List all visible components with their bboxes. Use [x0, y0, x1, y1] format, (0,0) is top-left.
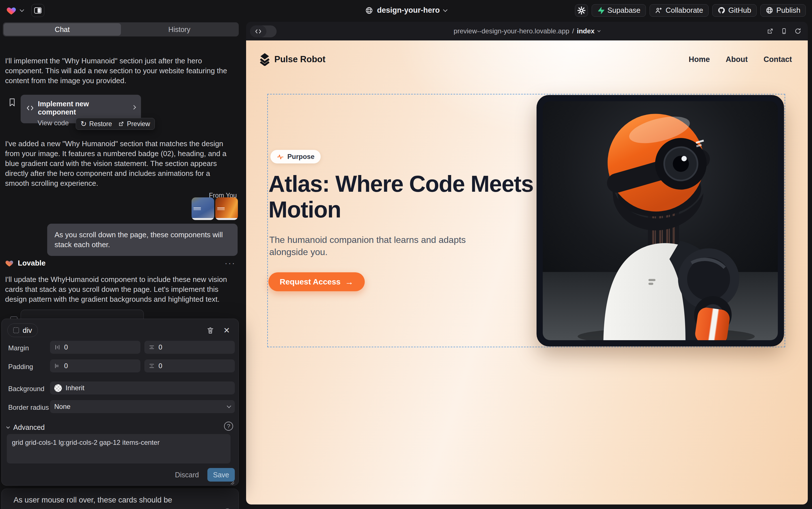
assistant-message: I'll implement the "Why Humanoid" sectio…: [5, 56, 236, 86]
background-input[interactable]: Inherit: [50, 381, 235, 395]
margin-label: Margin: [8, 344, 29, 352]
purpose-badge: Purpose: [270, 150, 321, 164]
people-plus-icon: [655, 6, 663, 14]
padding-x-input[interactable]: 0: [50, 360, 140, 372]
component-card-title: Implement new component: [38, 100, 128, 116]
nav-contact[interactable]: Contact: [764, 55, 792, 64]
url-path: index: [577, 27, 595, 35]
brand-name: Pulse Robot: [274, 54, 326, 65]
padding-y-input[interactable]: 0: [144, 360, 235, 372]
sidebar-toggle-button[interactable]: [31, 4, 44, 17]
lovable-logo-icon[interactable]: [6, 6, 16, 15]
supabase-icon: [597, 7, 604, 14]
border-radius-select[interactable]: None: [50, 400, 235, 413]
attachment-thumbnail-blue[interactable]: [191, 197, 214, 220]
globe-icon: [365, 6, 373, 14]
refresh-icon[interactable]: [794, 27, 802, 35]
app-window: design-your-hero: [0, 0, 812, 509]
settings-button[interactable]: [575, 4, 588, 17]
pulse-robot-logo-icon: [259, 53, 270, 66]
hero-robot-card: [537, 95, 784, 346]
robot-image: [543, 101, 778, 340]
chat-composer[interactable]: As user mouse roll over, these cards sho…: [1, 489, 239, 509]
preview-button[interactable]: Preview: [118, 120, 150, 128]
margin-y-input[interactable]: 0: [144, 341, 235, 354]
url-separator: /: [572, 27, 574, 35]
trash-icon[interactable]: [207, 326, 214, 334]
padding-label: Padding: [8, 363, 33, 371]
chevron-down-icon[interactable]: [20, 7, 24, 12]
advanced-label: Advanced: [13, 423, 45, 432]
code-icon: [250, 26, 266, 37]
close-icon[interactable]: ✕: [223, 326, 230, 335]
margin-x-value: 0: [64, 343, 68, 351]
chevron-down-icon: [6, 425, 10, 429]
user-message-bubble: As you scroll down the page, these compo…: [47, 224, 237, 256]
gear-icon: [578, 6, 585, 14]
background-label: Background: [8, 385, 44, 393]
preview-url[interactable]: preview--design-your-hero.lovable.app / …: [454, 27, 600, 35]
supabase-button[interactable]: Supabase: [592, 4, 646, 17]
panel-icon: [34, 7, 41, 13]
nav-about[interactable]: About: [726, 55, 748, 64]
request-access-button[interactable]: Request Access →: [268, 272, 365, 291]
lovable-avatar-heart-icon: [5, 259, 13, 267]
github-icon: [717, 6, 725, 14]
assistant-name: Lovable: [18, 259, 45, 268]
discard-button[interactable]: Discard: [175, 471, 199, 479]
margin-horizontal-icon: [54, 344, 61, 350]
hero-heading: Atlas: Where Code Meets Motion: [268, 171, 557, 223]
code-view-toggle[interactable]: [250, 26, 276, 37]
border-radius-value: None: [54, 403, 70, 411]
advanced-section-toggle[interactable]: Advanced: [7, 423, 45, 432]
github-label: GitHub: [728, 6, 751, 15]
external-link-icon: [118, 121, 124, 127]
assistant-header: Lovable ···: [5, 258, 236, 268]
tab-chat[interactable]: Chat: [4, 23, 121, 36]
nav-home[interactable]: Home: [689, 55, 710, 64]
restore-preview-tooltip: ↻ Restore Preview: [76, 118, 155, 130]
tab-history[interactable]: History: [121, 23, 238, 36]
background-value: Inherit: [66, 384, 84, 392]
collaborate-button[interactable]: Collaborate: [650, 4, 709, 17]
site-nav: Home About Contact: [689, 55, 792, 64]
chevron-down-icon: [443, 7, 447, 12]
preview-pane: preview--design-your-hero.lovable.app / …: [246, 22, 808, 505]
chevron-down-icon: [597, 29, 601, 32]
publish-globe-icon: [766, 6, 773, 14]
assistant-message: I've added a new "Why Humanoid" section …: [5, 139, 236, 188]
margin-x-input[interactable]: 0: [50, 341, 140, 354]
tab-chat-label: Chat: [55, 26, 70, 34]
open-external-icon[interactable]: [767, 27, 774, 35]
preview-label: Preview: [127, 120, 150, 128]
supabase-label: Supabase: [607, 6, 640, 15]
thumbnail-text-marks: [193, 208, 201, 208]
chat-history-tabs: Chat History: [3, 22, 239, 36]
project-switcher[interactable]: design-your-hero: [365, 0, 447, 21]
attachment-thumbnail-orange[interactable]: [215, 197, 238, 220]
border-radius-label: Border radius: [8, 404, 49, 411]
restore-button[interactable]: ↻ Restore: [80, 120, 112, 128]
github-button[interactable]: GitHub: [712, 4, 756, 17]
padding-vertical-icon: [149, 363, 155, 369]
project-name: design-your-hero: [377, 6, 440, 15]
dashed-selection-icon: [13, 328, 19, 333]
mobile-view-icon[interactable]: [781, 27, 787, 35]
restore-icon: ↻: [80, 120, 87, 128]
arrow-right-icon: →: [345, 277, 354, 287]
hero-subtitle: The humanoid companion that learns and a…: [269, 234, 476, 258]
chevron-down-icon: [227, 404, 231, 408]
pulse-icon: [276, 153, 284, 160]
message-menu-button[interactable]: ···: [225, 258, 236, 268]
publish-button[interactable]: Publish: [760, 4, 806, 17]
publish-label: Publish: [776, 6, 801, 15]
site-brand[interactable]: Pulse Robot: [259, 53, 326, 66]
padding-x-value: 0: [64, 362, 68, 370]
element-tag: div: [23, 326, 32, 335]
selected-element-chip[interactable]: div: [7, 324, 38, 337]
composer-input[interactable]: As user mouse roll over, these cards sho…: [13, 496, 172, 505]
advanced-classes-textarea[interactable]: grid grid-cols-1 lg:grid-cols-2 gap-12 i…: [7, 434, 230, 464]
help-icon[interactable]: ?: [224, 421, 233, 431]
bookmark-icon[interactable]: [8, 98, 16, 107]
resize-handle-icon[interactable]: [225, 458, 240, 507]
